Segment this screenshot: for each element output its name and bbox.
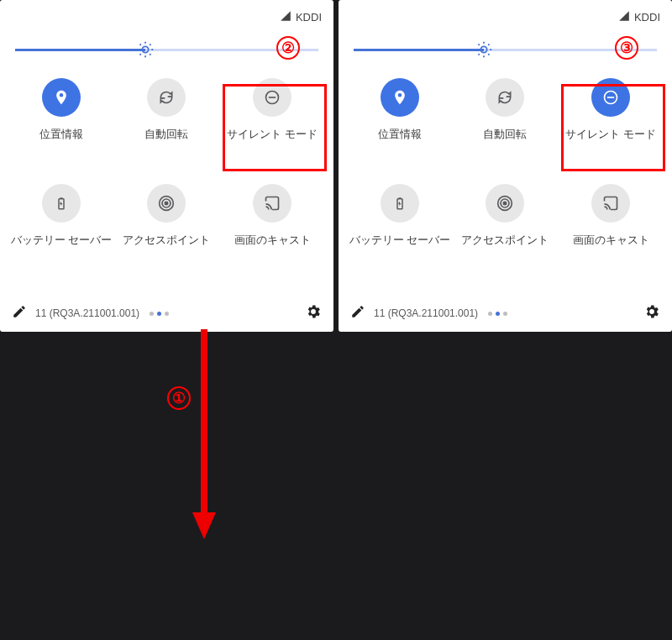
annotation-step-1: ① (167, 386, 191, 410)
tile-rotate[interactable]: 自動回転 (453, 78, 559, 155)
rotate-icon (486, 78, 524, 117)
footer: 11 (RQ3A.211001.001) (339, 295, 672, 332)
build-label: 11 (RQ3A.211001.001) (374, 307, 478, 319)
tile-label: バッテリー セーバー (349, 233, 450, 261)
tile-battery[interactable]: バッテリー セーバー (8, 184, 114, 261)
gear-icon[interactable] (643, 303, 660, 323)
carrier-label: KDDI (296, 11, 322, 24)
brightness-slider[interactable]: ③ (354, 39, 657, 60)
tile-label: 位置情報 (39, 127, 83, 155)
swipe-down-arrow (192, 329, 216, 543)
svg-point-9 (504, 202, 507, 204)
tile-label: 画面のキャスト (573, 233, 649, 261)
do-not-disturb-icon (253, 78, 291, 117)
location-icon (42, 78, 81, 117)
page-dots (488, 312, 507, 316)
svg-point-6 (481, 46, 487, 52)
tile-silent[interactable]: サイレント モード (219, 78, 325, 155)
svg-point-3 (165, 202, 168, 204)
tile-silent[interactable]: サイレント モード (558, 78, 664, 155)
edit-icon[interactable] (12, 304, 27, 323)
tile-label: 位置情報 (378, 127, 422, 155)
cast-icon (253, 184, 291, 223)
rotate-icon (147, 78, 186, 117)
page-dots (150, 312, 169, 316)
svg-point-0 (143, 46, 149, 52)
edit-icon[interactable] (350, 304, 365, 323)
tile-label: サイレント モード (227, 127, 317, 155)
quick-settings-panel-before: KDDI ② 位置情報 自動回転 (0, 0, 333, 332)
tile-rotate[interactable]: 自動回転 (114, 78, 220, 155)
tile-hotspot[interactable]: アクセスポイント (114, 184, 220, 261)
cast-icon (591, 184, 630, 223)
status-bar: KDDI (339, 7, 672, 31)
tile-label: アクセスポイント (461, 233, 549, 261)
tile-location[interactable]: 位置情報 (347, 78, 453, 155)
footer: 11 (RQ3A.211001.001) (0, 295, 333, 332)
tile-label: アクセスポイント (123, 233, 210, 261)
signal-icon (280, 10, 291, 24)
slider-thumb[interactable] (474, 39, 494, 60)
hotspot-icon (486, 184, 524, 223)
tile-cast[interactable]: 画面のキャスト (558, 184, 664, 261)
tile-cast[interactable]: 画面のキャスト (219, 184, 325, 261)
slider-track-active (15, 49, 145, 51)
annotation-step-2: ② (276, 36, 300, 60)
tile-label: 画面のキャスト (234, 233, 311, 261)
annotation-step-3: ③ (615, 36, 638, 60)
tile-label: バッテリー セーバー (11, 233, 112, 261)
tile-battery[interactable]: バッテリー セーバー (347, 184, 453, 261)
status-bar: KDDI (0, 7, 333, 31)
tile-label: 自動回転 (483, 127, 527, 155)
brightness-slider[interactable]: ② (15, 39, 318, 60)
tile-hotspot[interactable]: アクセスポイント (453, 184, 559, 261)
battery-icon (42, 184, 81, 223)
signal-icon (618, 10, 630, 24)
tile-label: サイレント モード (565, 127, 655, 155)
slider-track-active (354, 49, 484, 51)
carrier-label: KDDI (634, 11, 660, 24)
slider-thumb[interactable] (135, 39, 155, 60)
tile-location[interactable]: 位置情報 (8, 78, 114, 155)
quick-settings-panel-after: KDDI ③ 位置情報 自動回転 (339, 0, 672, 332)
tile-label: 自動回転 (144, 127, 188, 155)
battery-icon (381, 184, 419, 223)
build-label: 11 (RQ3A.211001.001) (35, 307, 139, 319)
location-icon (381, 78, 419, 117)
do-not-disturb-icon (591, 78, 630, 117)
tile-grid: 位置情報 自動回転 サイレント モード バッテリー セーバー (0, 65, 333, 261)
tile-grid: 位置情報 自動回転 サイレント モード バッテリー セーバー (339, 65, 672, 261)
gear-icon[interactable] (305, 303, 322, 323)
hotspot-icon (147, 184, 186, 223)
